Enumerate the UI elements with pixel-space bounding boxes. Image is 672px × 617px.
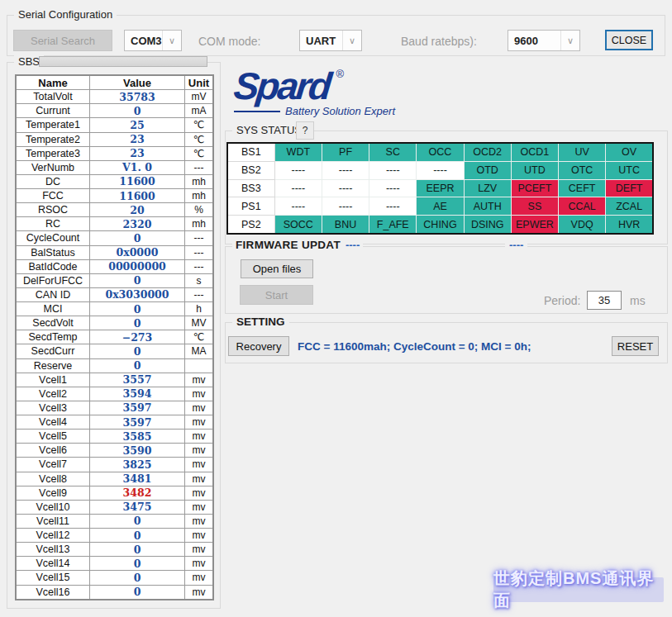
period-input[interactable] [587, 291, 622, 310]
status-flag-cell: OCC [417, 143, 464, 161]
sbs-row-vcell4: Vcell43597mv [16, 415, 213, 430]
reset-button[interactable]: RESET [612, 336, 659, 356]
sbs-row-vcell2: Vcell23594mv [16, 387, 213, 401]
sbs-row-vernumb: VerNumbV1. 0--- [16, 160, 213, 174]
com-port-select[interactable]: COM3 ∨ [124, 30, 182, 51]
sbs-header-cell: Unit [185, 75, 214, 90]
sbs-value-cell: 2320 [90, 217, 185, 231]
sbs-name-cell: Vcell8 [16, 472, 90, 486]
com-mode-label: COM mode: [198, 35, 260, 48]
sbs-value-cell: 0 [90, 543, 185, 557]
sbs-value-cell: 3825 [90, 458, 185, 472]
sbs-name-cell: RSOC [16, 203, 90, 217]
firmware-dashes-mid: ---- [505, 239, 527, 251]
open-files-button[interactable]: Open files [241, 259, 313, 278]
recovery-button[interactable]: Recovery [228, 336, 289, 356]
sbs-row-rsoc: RSOC20% [16, 203, 213, 217]
status-row-bs3: BS3------------EEPRLZVPCEFTCEFTDEFT [227, 179, 653, 197]
status-row-label: BS3 [227, 179, 274, 197]
sbs-name-cell: Vcell12 [16, 529, 90, 543]
status-flag-cell: UTC [606, 161, 653, 179]
sbs-name-cell: TotalVolt [16, 90, 90, 104]
sys-status-title: SYS STATUS [232, 124, 306, 136]
watermark-text: 世豹定制BMS通讯界面 [493, 577, 664, 602]
help-button[interactable]: ? [296, 121, 314, 140]
sbs-value-cell: 0x0000 [90, 245, 185, 259]
setting-info-text: FCC = 11600mah; CycleCount = 0; MCI = 0h… [298, 340, 531, 353]
sbs-row-can-id: CAN ID0x3030000--- [16, 287, 213, 301]
status-flag-cell: DEFT [606, 179, 653, 197]
spard-logo: Spard ® Battery Solution Expert [234, 69, 395, 117]
sbs-row-vcell15: Vcell150mv [16, 571, 213, 585]
sbs-name-cell: FCC [16, 189, 90, 203]
sbs-value-cell: 0x3030000 [90, 287, 185, 301]
status-flag-cell: EPWER [511, 216, 558, 234]
sbs-value-cell: 0 [90, 104, 185, 118]
status-flag-cell: PF [322, 143, 369, 161]
sbs-header-cell: Name [16, 75, 90, 90]
sbs-name-cell: Vcell9 [16, 486, 90, 500]
sbs-unit-cell: mh [185, 174, 214, 188]
status-flag-cell: SOCC [274, 216, 322, 234]
status-flag-cell: OCD1 [511, 143, 558, 161]
sbs-row-vcell9: Vcell93482mv [16, 486, 213, 500]
sbs-name-cell: Vcell1 [16, 373, 90, 387]
sbs-value-cell: V1. 0 [90, 160, 185, 174]
sbs-unit-cell: --- [185, 160, 214, 174]
sbs-unit-cell: mV [185, 90, 214, 104]
status-flag-cell: ---- [369, 161, 417, 179]
sbs-value-cell: 0 [90, 231, 185, 245]
sbs-unit-cell: mA [185, 104, 214, 118]
sbs-value-cell: 0 [90, 302, 185, 316]
start-button[interactable]: Start [240, 285, 313, 305]
status-flag-cell: WDT [274, 143, 322, 161]
sbs-name-cell: Vcell4 [16, 415, 90, 430]
sbs-name-cell: CAN ID [16, 287, 90, 301]
firmware-dashes: ---- [346, 239, 360, 251]
sbs-value-cell: 00000000 [90, 259, 185, 273]
status-flag-cell: EEPR [417, 179, 464, 197]
com-mode-select[interactable]: UART ∨ [299, 30, 362, 51]
status-row-label: PS2 [227, 216, 274, 234]
sbs-row-batidcode: BatIdCode00000000--- [16, 259, 213, 273]
sbs-unit-cell: mv [185, 557, 214, 571]
close-button[interactable]: CLOSE [605, 30, 653, 50]
status-row-bs2: BS2----------------OTDUTDOTCUTC [227, 161, 653, 179]
sbs-row-vcell1: Vcell13557mv [16, 373, 213, 387]
sbs-name-cell: Vcell6 [16, 444, 90, 458]
sbs-name-cell: Vcell7 [16, 458, 90, 472]
serial-search-button[interactable]: Serial Search [13, 30, 112, 51]
sbs-name-cell: DC [16, 174, 90, 188]
sbs-unit-cell: ℃ [185, 330, 214, 344]
baud-rate-select[interactable]: 9600 ∨ [508, 30, 580, 51]
sbs-unit-cell: mv [185, 430, 214, 444]
sbs-unit-cell: mv [185, 415, 214, 430]
status-flag-cell: ---- [322, 179, 369, 197]
setting-title: SETTING [232, 316, 289, 328]
sbs-unit-cell: mv [185, 500, 214, 514]
status-flag-cell: ---- [322, 197, 369, 216]
sbs-row-reserve: Reserve0 [16, 358, 213, 373]
sbs-value-cell: 0 [90, 316, 185, 330]
sbs-value-cell: 0 [90, 514, 185, 528]
status-flag-cell: CEFT [559, 179, 606, 197]
firmware-title-text: FIRMWARE UPDAT [236, 239, 341, 251]
period-label: Period: [544, 294, 580, 307]
sys-status-table: BS1WDTPFSCOCCOCD2OCD1UVOVBS2------------… [226, 142, 654, 235]
period-unit-label: ms [630, 294, 646, 307]
status-flag-cell: ---- [417, 161, 464, 179]
sbs-value-cell: 0 [90, 344, 185, 358]
sbs-unit-cell: mv [185, 585, 214, 600]
sbs-name-cell: VerNumb [16, 160, 90, 174]
status-flag-cell: ---- [369, 179, 417, 197]
sbs-value-cell: 0 [90, 529, 185, 543]
sbs-name-cell: Temperate1 [16, 118, 90, 132]
firmware-update-title: FIRMWARE UPDAT ---- [232, 239, 363, 251]
sbs-unit-cell: mv [185, 387, 214, 401]
sbs-row-mci: MCI0h [16, 302, 213, 316]
sbs-unit-cell: --- [185, 231, 214, 245]
sbs-row-currunt: Currunt0mA [16, 104, 213, 118]
status-flag-cell: CCAL [559, 197, 606, 216]
status-flag-cell: VDQ [559, 216, 606, 234]
sbs-value-cell: −273 [90, 330, 185, 344]
